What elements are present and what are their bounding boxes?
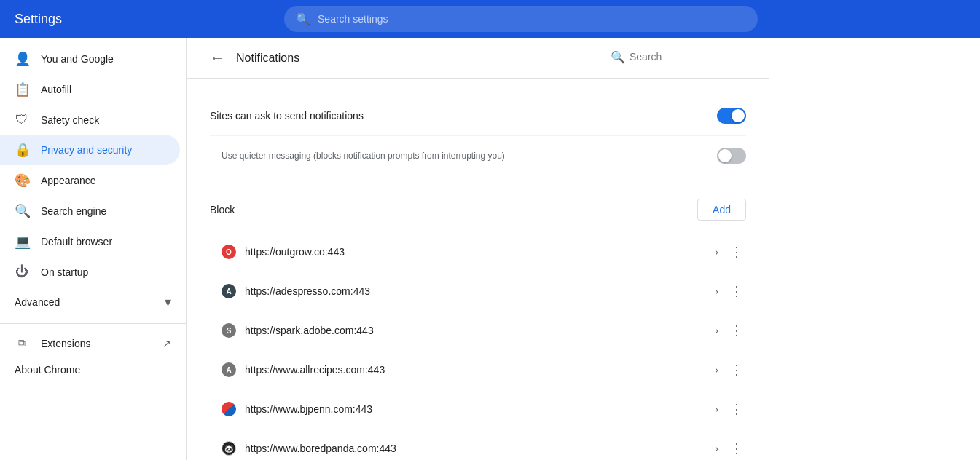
blocked-sites-list: O https://outgrow.co:443 › ⋮ A https://a… (187, 232, 769, 460)
page-title: Notifications (236, 52, 599, 65)
site-row: https://www.bjpenn.com:443 › ⋮ (187, 389, 769, 429)
site-menu-button-2[interactable]: ⋮ (727, 320, 746, 341)
safety-check-icon: 🛡 (15, 112, 29, 127)
sidebar-label-safety-check: Safety check (41, 114, 99, 126)
you-and-google-icon: 👤 (15, 51, 29, 67)
quieter-messaging-label: Use quieter messaging (blocks notificati… (210, 151, 717, 161)
site-url-0: https://outgrow.co:443 (245, 246, 706, 258)
site-expand-chevron-2[interactable]: › (715, 325, 718, 336)
site-menu-button-5[interactable]: ⋮ (727, 437, 746, 459)
site-expand-chevron-5[interactable]: › (715, 443, 718, 454)
site-url-4: https://www.bjpenn.com:443 (245, 403, 706, 415)
sites-can-ask-row: Sites can ask to send notifications (210, 96, 746, 136)
search-icon-top: 🔍 (296, 12, 310, 26)
sidebar-extensions[interactable]: ⧉ Extensions ↗ (0, 330, 186, 357)
block-section-header: Block Add (187, 187, 769, 232)
content-search-icon: 🔍 (611, 50, 625, 64)
global-search-bar[interactable]: 🔍 (284, 6, 758, 32)
site-url-3: https://www.allrecipes.com:443 (245, 364, 706, 376)
site-menu-button-3[interactable]: ⋮ (727, 359, 746, 381)
sidebar-label-on-startup: On startup (41, 266, 88, 278)
sidebar-label-you-and-google: You and Google (41, 53, 114, 65)
advanced-label: Advanced (15, 296, 159, 308)
sidebar-label-default-browser: Default browser (41, 236, 112, 247)
about-chrome-label: About Chrome (15, 364, 80, 376)
site-menu-button-0[interactable]: ⋮ (727, 241, 746, 263)
extensions-icon: ⧉ (15, 337, 29, 349)
block-label: Block (210, 204, 697, 215)
sidebar-item-default-browser[interactable]: 💻 Default browser (0, 226, 180, 257)
sidebar-about-chrome[interactable]: About Chrome (0, 357, 186, 383)
site-favicon-1: A (222, 284, 236, 298)
sidebar-label-autofill: Autofill (41, 84, 71, 95)
sidebar-item-search-engine[interactable]: 🔍 Search engine (0, 196, 180, 226)
toggle-thumb (732, 109, 745, 122)
site-expand-chevron-0[interactable]: › (715, 246, 718, 258)
sidebar: 👤 You and Google 📋 Autofill 🛡 Safety che… (0, 38, 187, 460)
sidebar-item-appearance[interactable]: 🎨 Appearance (0, 165, 180, 196)
autofill-icon: 📋 (15, 82, 29, 98)
site-favicon-2: S (222, 323, 236, 338)
sidebar-item-on-startup[interactable]: ⏻ On startup (0, 257, 180, 287)
site-row: S https://spark.adobe.com:443 › ⋮ (187, 311, 769, 350)
sidebar-label-appearance: Appearance (41, 175, 96, 186)
sidebar-item-autofill[interactable]: 📋 Autofill (0, 74, 180, 105)
site-menu-button-1[interactable]: ⋮ (727, 280, 746, 302)
default-browser-icon: 💻 (15, 234, 29, 250)
quieter-messaging-toggle[interactable] (717, 148, 746, 164)
site-expand-chevron-1[interactable]: › (715, 285, 718, 297)
sidebar-label-privacy-and-security: Privacy and security (41, 144, 132, 156)
privacy-and-security-icon: 🔒 (15, 142, 29, 158)
site-row: A https://www.allrecipes.com:443 › ⋮ (187, 350, 769, 389)
site-url-2: https://spark.adobe.com:443 (245, 325, 706, 336)
external-link-icon: ↗ (162, 338, 171, 349)
sites-can-ask-toggle[interactable] (717, 108, 746, 124)
content-search-input[interactable] (630, 51, 746, 63)
sidebar-item-privacy-and-security[interactable]: 🔒 Privacy and security (0, 135, 180, 165)
site-expand-chevron-4[interactable]: › (715, 403, 718, 415)
content-area: ← Notifications 🔍 Sites can ask to send … (187, 38, 980, 460)
site-expand-chevron-3[interactable]: › (715, 364, 718, 376)
sidebar-item-safety-check[interactable]: 🛡 Safety check (0, 105, 180, 135)
search-engine-icon: 🔍 (15, 203, 29, 219)
extensions-label: Extensions (41, 338, 151, 349)
on-startup-icon: ⏻ (15, 264, 29, 279)
back-button[interactable]: ← (210, 49, 224, 66)
add-button[interactable]: Add (697, 199, 746, 221)
appearance-icon: 🎨 (15, 172, 29, 189)
content-header: ← Notifications 🔍 (187, 38, 769, 79)
site-row: 🐼 https://www.boredpanda.com:443 › ⋮ (187, 429, 769, 460)
sidebar-label-search-engine: Search engine (41, 205, 106, 217)
sidebar-divider (0, 323, 186, 324)
global-search-input[interactable] (318, 13, 746, 25)
quieter-messaging-row: Use quieter messaging (blocks notificati… (210, 136, 746, 175)
notifications-toggle-section: Sites can ask to send notifications Use … (187, 79, 769, 187)
main-layout: 👤 You and Google 📋 Autofill 🛡 Safety che… (0, 38, 980, 460)
site-favicon-3: A (222, 362, 236, 377)
toggle-thumb-quiet (718, 149, 732, 162)
site-row: A https://adespresso.com:443 › ⋮ (187, 271, 769, 311)
topbar: Settings 🔍 (0, 0, 980, 38)
site-favicon-5: 🐼 (222, 441, 236, 456)
site-row: O https://outgrow.co:443 › ⋮ (187, 232, 769, 271)
site-url-1: https://adespresso.com:443 (245, 285, 706, 297)
app-title: Settings (15, 12, 62, 27)
site-favicon-4 (222, 402, 236, 416)
site-favicon-0: O (222, 245, 236, 259)
sidebar-advanced-section[interactable]: Advanced ▾ (0, 287, 186, 317)
content-search-bar[interactable]: 🔍 (611, 50, 746, 66)
sidebar-item-you-and-google[interactable]: 👤 You and Google (0, 44, 180, 74)
site-menu-button-4[interactable]: ⋮ (727, 398, 746, 420)
advanced-chevron-icon: ▾ (165, 294, 171, 310)
site-url-5: https://www.boredpanda.com:443 (245, 443, 706, 454)
sites-can-ask-label: Sites can ask to send notifications (210, 110, 717, 122)
